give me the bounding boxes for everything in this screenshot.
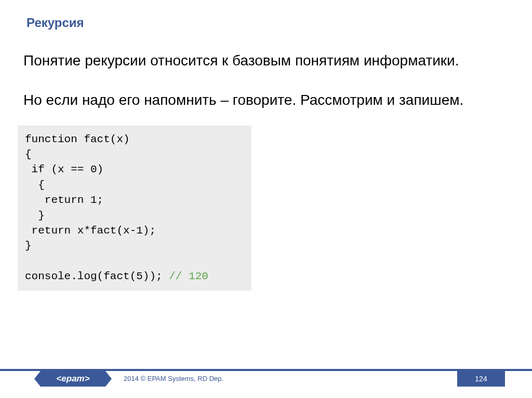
page-number: 124 bbox=[457, 371, 505, 387]
copyright-text: 2014 © EPAM Systems, RD Dep. bbox=[124, 375, 223, 382]
body-content: Понятие рекурсии относится к базовым пон… bbox=[0, 30, 532, 110]
code-comment: // 120 bbox=[169, 270, 208, 282]
code-line: return 1; bbox=[25, 194, 103, 206]
code-line: return x*fact(x-1); bbox=[25, 225, 156, 237]
paragraph-2: Но если надо его напомнить – говорите. Р… bbox=[23, 90, 509, 110]
code-line: if (x == 0) bbox=[25, 163, 103, 175]
epam-logo: <epam> bbox=[41, 371, 105, 387]
paragraph-1: Понятие рекурсии относится к базовым пон… bbox=[23, 51, 509, 71]
code-line: { bbox=[25, 179, 45, 191]
code-line: } bbox=[25, 240, 32, 252]
slide-title: Рекурсия bbox=[0, 0, 532, 30]
slide-footer: <epam> 2014 © EPAM Systems, RD Dep. 124 bbox=[0, 369, 532, 387]
code-line: console.log(fact(5)); bbox=[25, 270, 169, 282]
code-line: { bbox=[25, 148, 32, 160]
code-example: function fact(x) { if (x == 0) { return … bbox=[18, 126, 251, 291]
code-line: function fact(x) bbox=[25, 133, 130, 145]
logo-text: <epam> bbox=[56, 374, 89, 384]
code-line: } bbox=[25, 210, 45, 222]
